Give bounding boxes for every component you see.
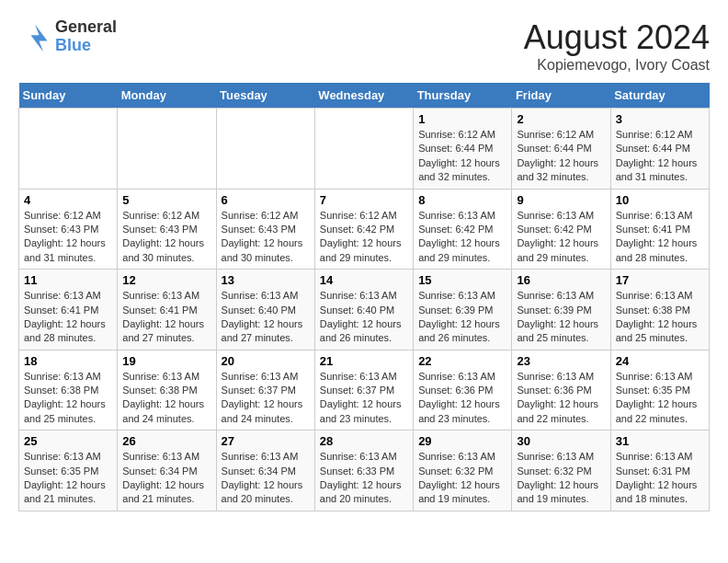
day-number: 4 [24, 193, 112, 207]
calendar-body: 1Sunrise: 6:12 AM Sunset: 6:44 PM Daylig… [19, 109, 710, 511]
day-info: Sunrise: 6:13 AM Sunset: 6:32 PM Dayligh… [517, 450, 605, 507]
calendar-cell: 23Sunrise: 6:13 AM Sunset: 6:36 PM Dayli… [512, 350, 610, 431]
calendar-week-row: 11Sunrise: 6:13 AM Sunset: 6:41 PM Dayli… [19, 270, 710, 350]
day-of-week-header: Saturday [610, 83, 709, 109]
day-number: 10 [616, 193, 704, 207]
day-info: Sunrise: 6:13 AM Sunset: 6:40 PM Dayligh… [320, 289, 408, 346]
day-info: Sunrise: 6:13 AM Sunset: 6:39 PM Dayligh… [517, 289, 605, 346]
calendar-cell [216, 109, 314, 190]
day-number: 19 [122, 354, 210, 368]
calendar-cell: 21Sunrise: 6:13 AM Sunset: 6:37 PM Dayli… [314, 350, 413, 431]
day-number: 30 [517, 434, 605, 448]
day-number: 31 [616, 434, 704, 448]
calendar-cell: 6Sunrise: 6:12 AM Sunset: 6:43 PM Daylig… [216, 189, 314, 270]
calendar-cell: 2Sunrise: 6:12 AM Sunset: 6:44 PM Daylig… [512, 109, 610, 190]
day-number: 28 [320, 434, 408, 448]
calendar-cell [118, 109, 216, 190]
day-info: Sunrise: 6:12 AM Sunset: 6:44 PM Dayligh… [418, 128, 506, 185]
day-info: Sunrise: 6:13 AM Sunset: 6:38 PM Dayligh… [616, 289, 704, 346]
day-of-week-header: Tuesday [216, 83, 314, 109]
calendar-cell: 10Sunrise: 6:13 AM Sunset: 6:41 PM Dayli… [610, 189, 709, 270]
day-info: Sunrise: 6:13 AM Sunset: 6:31 PM Dayligh… [616, 450, 704, 507]
calendar-cell: 9Sunrise: 6:13 AM Sunset: 6:42 PM Daylig… [512, 189, 610, 270]
day-of-week-header: Monday [118, 83, 216, 109]
day-number: 23 [517, 354, 605, 368]
page-header: General Blue August 2024 Kopiemevogo, Iv… [18, 18, 710, 74]
day-number: 13 [222, 273, 310, 287]
day-number: 21 [320, 354, 408, 368]
calendar-cell: 24Sunrise: 6:13 AM Sunset: 6:35 PM Dayli… [610, 350, 709, 431]
logo: General Blue [18, 18, 117, 55]
calendar-week-row: 18Sunrise: 6:13 AM Sunset: 6:38 PM Dayli… [19, 350, 710, 431]
calendar-cell: 8Sunrise: 6:13 AM Sunset: 6:42 PM Daylig… [414, 189, 512, 270]
day-info: Sunrise: 6:12 AM Sunset: 6:44 PM Dayligh… [517, 128, 605, 185]
day-number: 15 [418, 273, 506, 287]
svg-marker-0 [31, 24, 48, 52]
calendar-header-row: SundayMondayTuesdayWednesdayThursdayFrid… [19, 83, 710, 109]
day-number: 2 [517, 112, 605, 126]
day-of-week-header: Thursday [414, 83, 512, 109]
calendar-cell: 27Sunrise: 6:13 AM Sunset: 6:34 PM Dayli… [216, 431, 314, 511]
day-info: Sunrise: 6:13 AM Sunset: 6:35 PM Dayligh… [616, 370, 704, 427]
calendar-cell: 18Sunrise: 6:13 AM Sunset: 6:38 PM Dayli… [19, 350, 118, 431]
day-number: 9 [517, 193, 605, 207]
calendar-cell: 29Sunrise: 6:13 AM Sunset: 6:32 PM Dayli… [414, 431, 512, 511]
day-info: Sunrise: 6:13 AM Sunset: 6:42 PM Dayligh… [517, 209, 605, 266]
day-info: Sunrise: 6:12 AM Sunset: 6:43 PM Dayligh… [222, 209, 310, 266]
logo-icon [18, 20, 51, 53]
calendar-cell: 15Sunrise: 6:13 AM Sunset: 6:39 PM Dayli… [414, 270, 512, 350]
day-number: 29 [418, 434, 506, 448]
day-info: Sunrise: 6:12 AM Sunset: 6:43 PM Dayligh… [24, 209, 112, 266]
day-info: Sunrise: 6:13 AM Sunset: 6:34 PM Dayligh… [122, 450, 210, 507]
calendar-cell: 31Sunrise: 6:13 AM Sunset: 6:31 PM Dayli… [610, 431, 709, 511]
day-info: Sunrise: 6:13 AM Sunset: 6:38 PM Dayligh… [122, 370, 210, 427]
calendar-cell: 12Sunrise: 6:13 AM Sunset: 6:41 PM Dayli… [118, 270, 216, 350]
day-info: Sunrise: 6:12 AM Sunset: 6:44 PM Dayligh… [616, 128, 704, 185]
day-number: 7 [320, 193, 408, 207]
calendar-cell: 30Sunrise: 6:13 AM Sunset: 6:32 PM Dayli… [512, 431, 610, 511]
day-number: 5 [122, 193, 210, 207]
day-info: Sunrise: 6:12 AM Sunset: 6:42 PM Dayligh… [320, 209, 408, 266]
day-number: 12 [122, 273, 210, 287]
calendar-cell: 20Sunrise: 6:13 AM Sunset: 6:37 PM Dayli… [216, 350, 314, 431]
calendar-cell: 22Sunrise: 6:13 AM Sunset: 6:36 PM Dayli… [414, 350, 512, 431]
subtitle: Kopiemevogo, Ivory Coast [524, 57, 710, 74]
day-number: 14 [320, 273, 408, 287]
day-number: 17 [616, 273, 704, 287]
calendar-cell: 11Sunrise: 6:13 AM Sunset: 6:41 PM Dayli… [19, 270, 118, 350]
calendar-cell: 25Sunrise: 6:13 AM Sunset: 6:35 PM Dayli… [19, 431, 118, 511]
day-info: Sunrise: 6:13 AM Sunset: 6:40 PM Dayligh… [222, 289, 310, 346]
day-of-week-header: Friday [512, 83, 610, 109]
day-number: 26 [122, 434, 210, 448]
calendar-week-row: 25Sunrise: 6:13 AM Sunset: 6:35 PM Dayli… [19, 431, 710, 511]
calendar-cell: 3Sunrise: 6:12 AM Sunset: 6:44 PM Daylig… [610, 109, 709, 190]
day-number: 8 [418, 193, 506, 207]
calendar-week-row: 4Sunrise: 6:12 AM Sunset: 6:43 PM Daylig… [19, 189, 710, 270]
calendar-cell: 16Sunrise: 6:13 AM Sunset: 6:39 PM Dayli… [512, 270, 610, 350]
day-info: Sunrise: 6:13 AM Sunset: 6:34 PM Dayligh… [222, 450, 310, 507]
day-number: 6 [222, 193, 310, 207]
day-number: 24 [616, 354, 704, 368]
day-info: Sunrise: 6:13 AM Sunset: 6:41 PM Dayligh… [24, 289, 112, 346]
day-number: 20 [222, 354, 310, 368]
calendar-week-row: 1Sunrise: 6:12 AM Sunset: 6:44 PM Daylig… [19, 109, 710, 190]
day-info: Sunrise: 6:13 AM Sunset: 6:33 PM Dayligh… [320, 450, 408, 507]
day-of-week-header: Wednesday [314, 83, 413, 109]
day-info: Sunrise: 6:13 AM Sunset: 6:37 PM Dayligh… [222, 370, 310, 427]
day-number: 27 [222, 434, 310, 448]
calendar-table: SundayMondayTuesdayWednesdayThursdayFrid… [18, 83, 710, 511]
day-number: 3 [616, 112, 704, 126]
calendar-cell: 14Sunrise: 6:13 AM Sunset: 6:40 PM Dayli… [314, 270, 413, 350]
day-info: Sunrise: 6:13 AM Sunset: 6:42 PM Dayligh… [418, 209, 506, 266]
day-info: Sunrise: 6:13 AM Sunset: 6:38 PM Dayligh… [24, 370, 112, 427]
calendar-cell: 17Sunrise: 6:13 AM Sunset: 6:38 PM Dayli… [610, 270, 709, 350]
calendar-cell: 19Sunrise: 6:13 AM Sunset: 6:38 PM Dayli… [118, 350, 216, 431]
calendar-cell: 1Sunrise: 6:12 AM Sunset: 6:44 PM Daylig… [414, 109, 512, 190]
calendar-cell [19, 109, 118, 190]
day-info: Sunrise: 6:13 AM Sunset: 6:41 PM Dayligh… [616, 209, 704, 266]
title-block: August 2024 Kopiemevogo, Ivory Coast [524, 18, 710, 74]
day-info: Sunrise: 6:13 AM Sunset: 6:39 PM Dayligh… [418, 289, 506, 346]
calendar-cell: 7Sunrise: 6:12 AM Sunset: 6:42 PM Daylig… [314, 189, 413, 270]
day-info: Sunrise: 6:13 AM Sunset: 6:36 PM Dayligh… [418, 370, 506, 427]
day-info: Sunrise: 6:13 AM Sunset: 6:36 PM Dayligh… [517, 370, 605, 427]
